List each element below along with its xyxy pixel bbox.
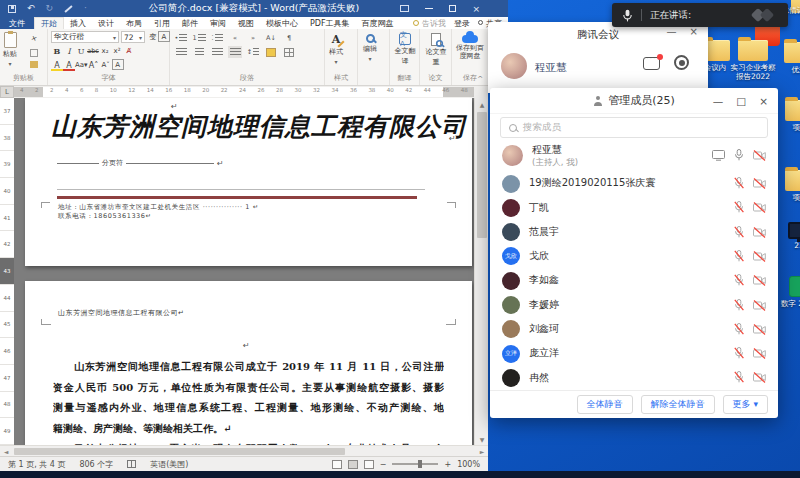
print-layout-icon[interactable] [348, 460, 358, 469]
chat-icon[interactable] [643, 57, 660, 70]
panel-footer-button[interactable]: 解除全体静音 [641, 395, 715, 414]
horizontal-scroll-thumb[interactable] [14, 448, 345, 455]
save-to-baidu-button[interactable]: 保存到百度网盘 [454, 35, 486, 61]
horizontal-ruler[interactable]: L 42246810121416182022242628303234363840… [0, 86, 488, 98]
paste-button[interactable]: 粘贴▾ [3, 32, 17, 67]
read-mode-icon[interactable] [332, 460, 342, 469]
vertical-ruler[interactable]: 37383940414243444546474849 [0, 98, 14, 445]
language-indicator[interactable]: 英语(美国) [150, 459, 188, 470]
ribbon-options-icon[interactable] [400, 5, 409, 12]
document-page-2[interactable]: 山东芳洲空间地理信息工程有限公司↵ ↵ 山东芳洲空间地理信息工程有限公司成立于 … [25, 281, 472, 445]
camera-off-icon[interactable] [753, 146, 766, 165]
increase-indent-icon[interactable]: » [246, 32, 260, 44]
copy-icon[interactable] [30, 49, 38, 57]
scroll-up-icon[interactable]: ▲ [475, 98, 488, 110]
member-row[interactable]: 程亚慧 (主持人, 我) [490, 140, 778, 172]
superscript-icon[interactable]: x² [111, 45, 123, 57]
camera-off-icon[interactable] [753, 198, 766, 217]
save-icon[interactable] [8, 5, 16, 13]
camera-off-icon[interactable] [753, 247, 766, 266]
member-row[interactable]: 李媛婷 [490, 293, 778, 317]
ribbon-tab[interactable]: 插入 [64, 17, 92, 29]
character-border-icon[interactable]: A [158, 31, 170, 42]
vertical-scroll-thumb[interactable] [477, 112, 487, 238]
borders-icon[interactable] [282, 46, 296, 58]
page-indicator[interactable]: 第 1 页, 共 4 页 [8, 459, 65, 470]
tell-me-button[interactable]: 告诉我 [413, 18, 446, 29]
editing-button[interactable]: 编辑▾ [363, 34, 377, 62]
change-case-icon[interactable]: Aa▾ [75, 59, 88, 71]
ribbon-tab[interactable]: 开始 [34, 17, 64, 29]
mic-on-icon[interactable] [734, 146, 744, 165]
sort-icon[interactable]: A↓ [264, 32, 278, 44]
panel-footer-button[interactable]: 更多 ▾ [723, 395, 768, 414]
member-row[interactable]: 立洋 庞立洋 [490, 341, 778, 365]
number-list-icon[interactable]: 1 [192, 32, 206, 44]
close-button[interactable]: × [690, 26, 698, 37]
camera-off-icon[interactable] [753, 344, 766, 363]
scroll-down-icon[interactable]: ▼ [475, 433, 488, 445]
strikethrough-icon[interactable]: abc [87, 47, 99, 55]
close-button[interactable]: × [472, 4, 480, 14]
redo-icon[interactable]: ↻ [46, 4, 54, 13]
enclose-character-icon[interactable]: A [112, 59, 124, 70]
show-marks-icon[interactable]: ¶ [282, 32, 296, 44]
mic-muted-icon[interactable] [734, 247, 744, 266]
screen-share-icon[interactable] [712, 146, 725, 165]
font-size-select[interactable]: 72▾ [121, 31, 145, 43]
word-count[interactable]: 806 个字 [79, 459, 113, 470]
mic-muted-icon[interactable] [734, 320, 744, 339]
member-row[interactable]: 刘鑫珂 [490, 317, 778, 341]
minimize-button[interactable] [425, 8, 433, 9]
camera-off-icon[interactable] [753, 296, 766, 315]
member-row[interactable]: 李如鑫 [490, 269, 778, 293]
ribbon-tab[interactable]: 视图 [232, 17, 260, 29]
vertical-scrollbar[interactable]: ▲ ▼ [474, 98, 488, 445]
ribbon-tab[interactable]: 百度网盘 [356, 17, 400, 29]
zoom-in-icon[interactable]: + [444, 460, 451, 469]
member-row[interactable]: 丁凯 [490, 196, 778, 220]
qat-more-icon[interactable]: · [84, 4, 87, 13]
line-spacing-icon[interactable]: ↕ [246, 46, 260, 58]
format-clear-icon[interactable]: A̸ [123, 45, 135, 57]
bold-icon[interactable]: B [51, 45, 63, 57]
full-translate-button[interactable]: 文A 全文翻译 [392, 33, 418, 66]
desktop-icon[interactable]: 优秀 [772, 42, 800, 74]
mic-muted-icon[interactable] [734, 344, 744, 363]
align-right-icon[interactable] [210, 46, 224, 58]
collapse-ribbon-icon[interactable]: ^ [477, 75, 483, 83]
meeting-mini-window[interactable]: 腾讯会议 — × 程亚慧 [488, 22, 708, 93]
member-row[interactable]: 戈欣 戈欣 [490, 244, 778, 268]
camera-off-icon[interactable] [753, 320, 766, 339]
mic-muted-icon[interactable] [734, 223, 744, 242]
align-left-icon[interactable] [174, 46, 188, 58]
ribbon-tab[interactable]: PDF工具集 [304, 17, 356, 29]
member-row[interactable]: 范晨宇 [490, 220, 778, 244]
ribbon-tab[interactable]: 邮件 [176, 17, 204, 29]
ribbon-tab[interactable]: 设计 [92, 17, 120, 29]
panel-footer-button[interactable]: 全体静音 [577, 395, 633, 414]
user-name[interactable]: 程亚慧 [535, 61, 567, 75]
subscript-icon[interactable]: x₂ [99, 45, 111, 57]
ribbon-tab[interactable]: 引用 [148, 17, 176, 29]
align-center-icon[interactable] [192, 46, 206, 58]
camera-off-icon[interactable] [753, 174, 766, 193]
justify-icon[interactable] [228, 46, 242, 58]
zoom-slider-thumb[interactable] [418, 460, 422, 468]
maximize-button[interactable]: □ [736, 95, 746, 107]
camera-off-icon[interactable] [753, 271, 766, 290]
cut-icon[interactable]: ✕ [26, 31, 41, 46]
taskbar[interactable] [0, 471, 800, 478]
horizontal-scrollbar[interactable]: ◄ ► [0, 445, 488, 456]
undo-icon[interactable]: ↶ [27, 4, 35, 13]
italic-icon[interactable]: I [63, 45, 75, 57]
font-name-select[interactable]: 华文行楷▾ [51, 31, 119, 43]
search-input[interactable]: 搜索成员 [500, 117, 768, 138]
camera-off-icon[interactable] [753, 223, 766, 242]
maximize-button[interactable] [449, 5, 456, 12]
member-row[interactable]: 19测绘2019020115张庆寰 [490, 172, 778, 196]
paper-check-button[interactable]: 论文查重 [423, 33, 449, 67]
zoom-level[interactable]: 100% [457, 460, 480, 469]
shrink-font-icon[interactable]: A˅ [100, 59, 112, 71]
web-layout-icon[interactable] [364, 460, 374, 469]
